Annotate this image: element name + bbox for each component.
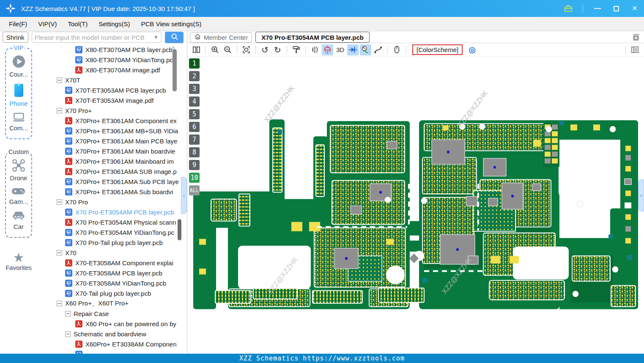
measure-icon[interactable] [360,44,371,55]
collapse-icon[interactable] [57,199,62,205]
split-view-icon[interactable] [191,44,202,55]
tree-item[interactable]: X60Pro+ ET3038AM Componen [37,339,187,349]
minimize-button[interactable]: — [593,4,602,13]
layer-button-2[interactable]: 2 [189,71,200,81]
curve-icon[interactable] [373,44,384,55]
title-bar: XZZ Schematics V4.77 [ VIP Due date: 202… [0,0,644,17]
tree-group[interactable]: Repair Case [37,308,187,319]
layer-button-10[interactable]: 10 [189,173,200,183]
sidebar-item-car[interactable]: Car [12,210,25,230]
tree-item[interactable]: X70Pro+ ET3061AMA SUB image.p [37,166,187,176]
zoom-out-icon[interactable] [222,44,233,55]
sidebar-item-computer[interactable]: Com... [9,112,28,132]
tree-scrollbar-thumb[interactable] [173,49,177,91]
tree-item[interactable]: X70Pro+ ET3061AM Main PCB laye [37,136,187,146]
tree-group[interactable]: X70 Pro+ [37,105,187,116]
tree-item[interactable]: X70 Pro-ET3054AM YiDianTong.pc [37,227,187,237]
model-search-combobox[interactable]: ▼ [32,32,162,43]
menu-item-pcb-view-settings[interactable]: PCB View settings(S) [135,20,207,28]
layer-button-3[interactable]: 3 [189,84,200,94]
close-button[interactable]: ✕ [630,4,639,13]
menu-item-tool[interactable]: Tool(T) [63,20,93,28]
collapse-icon[interactable] [57,108,62,113]
tree-item[interactable]: X70-Tail plug pcb layer.pcb [37,288,187,298]
sidebar-item-game[interactable]: Gam... [9,187,28,205]
layer-button-8[interactable]: 8 [189,147,200,157]
layer-button-5[interactable]: 5 [189,109,200,119]
colorscheme-button[interactable]: [ColorScheme] [412,44,463,55]
collapse-icon[interactable] [65,331,71,337]
sidebar-group-vip: VIPCour...PhoneCom... [5,48,32,139]
tree-group[interactable]: X70 Pro [37,197,187,207]
menu-item-settings[interactable]: Settings(S) [93,20,135,28]
rotate-right-icon[interactable]: ↻ [272,44,283,55]
panel-scrollbar-thumb[interactable] [178,219,181,240]
document-tab[interactable]: X70 Pro-ET3054AM PCB layer.pcb [255,32,370,43]
fit-screen-icon[interactable] [241,44,252,55]
tree-item[interactable]: X70-ET3058AM PCB layer.pcb [37,268,187,278]
sidebar-item-course[interactable]: Cour... [9,55,28,78]
collapse-icon[interactable] [57,301,62,306]
chevron-down-icon[interactable]: ▼ [153,34,159,40]
tree-item[interactable]: X80-ET3070AM image.pdf [37,65,187,75]
tree-group[interactable]: X60 Pro+、X60T Pro+ [37,298,187,308]
pdf-file-icon [75,341,82,348]
right-panel-expand-handle[interactable]: ‹ [638,179,644,212]
tree-item[interactable]: X60 Pro+ can be powered on by [37,319,187,329]
mouse-icon[interactable] [391,44,403,55]
tree-item[interactable]: X70T-ET3053AM image.pdf [37,95,187,105]
lamp-icon[interactable] [322,44,333,55]
layer-button-6[interactable]: 6 [189,122,200,132]
sidebar-item-favorites[interactable]: ★Favorites [5,251,32,271]
eye-icon[interactable]: ◎ [466,44,478,55]
collapse-icon[interactable] [65,311,71,316]
rotate-left-icon[interactable]: ↺ [259,44,271,55]
left-panel-collapse-handle[interactable]: ‹ [181,177,187,214]
tree-group[interactable]: X70 [37,248,187,258]
tree-item[interactable]: X80-ET3070AM YiDianTong.pcb [37,55,187,65]
tree-group[interactable]: X70T [37,75,187,85]
menu-item-file[interactable]: File(F) [3,20,33,28]
maximize-button[interactable] [612,4,620,13]
menu-item-vip[interactable]: VIP(V) [33,20,62,28]
tree-item[interactable]: X70Pro+ ET3061AM Main boardvie [37,146,187,156]
tree-item[interactable]: X70 Pro-ET3054AM Physical scann [37,217,187,227]
layer-button-4[interactable]: 4 [189,96,200,107]
diode-icon[interactable] [347,44,359,55]
briefcase-icon[interactable] [564,4,573,13]
tree-item[interactable]: X70Pro+ ET3061AMA Sub PCB laye [37,176,187,187]
search-button[interactable] [165,32,184,43]
tree-item[interactable]: X70 Pro-Tail plug pcb layer.pcb [37,237,187,248]
tree-item[interactable]: X70Pro+ ET3061AMA Sub boardvi [37,187,187,197]
sidebar-item-drone[interactable]: Drone [10,159,27,182]
panel-toggle-icon[interactable] [629,44,641,55]
zoom-in-icon[interactable] [209,44,221,55]
close-tab-icon[interactable] [632,33,641,42]
shrink-button[interactable]: Shrink [3,32,28,43]
pcb-board-view[interactable]: XZZ@XZZHK XZZ@XZZHK XZZ@XZZHK XZZ@XZZHK [187,57,644,354]
tree-item[interactable]: X70Pro+ ET3061AM MB+SUB YiDia [37,126,187,136]
layer-button-9[interactable]: 9 [189,160,200,170]
tree-item[interactable]: X70Pro+ ET3061AM Component ex [37,116,187,126]
tree-item[interactable]: X70Pro+ ET3061AM Mainboard im [37,156,187,166]
collapse-icon[interactable] [57,250,62,256]
layer-selector: 12345678910ALL [189,58,200,195]
tree-item[interactable]: X70-ET3058AM Component explai [37,258,187,268]
member-center-button[interactable]: Member Center [190,32,252,43]
search-input[interactable] [35,34,152,41]
tree-item[interactable]: X70-ET3058AM YiDianTong.pcb [37,278,187,288]
3d-view-button[interactable]: 3D [334,44,346,55]
tree-group[interactable]: Schematic and boardview [37,329,187,339]
tree-item[interactable] [37,349,187,354]
layer-button-7[interactable]: 7 [189,135,200,145]
pcb-canvas[interactable]: 12345678910ALL [187,57,644,354]
paint-roller-icon[interactable] [290,44,302,55]
tree-item[interactable]: X70 Pro-ET3054AM PCB layer.pcb [37,207,187,217]
layer-button-all[interactable]: ALL [189,185,200,195]
collapse-icon[interactable] [57,77,62,83]
tree-item[interactable]: X70T-ET3053AM PCB layer.pcb [37,85,187,95]
sidebar-item-phone[interactable]: Phone [9,83,27,107]
tree-item[interactable]: X80-ET3070AM PCB layer.pcb [37,44,187,55]
mirror-flip-icon[interactable] [309,44,321,55]
layer-button-1[interactable]: 1 [189,58,200,69]
